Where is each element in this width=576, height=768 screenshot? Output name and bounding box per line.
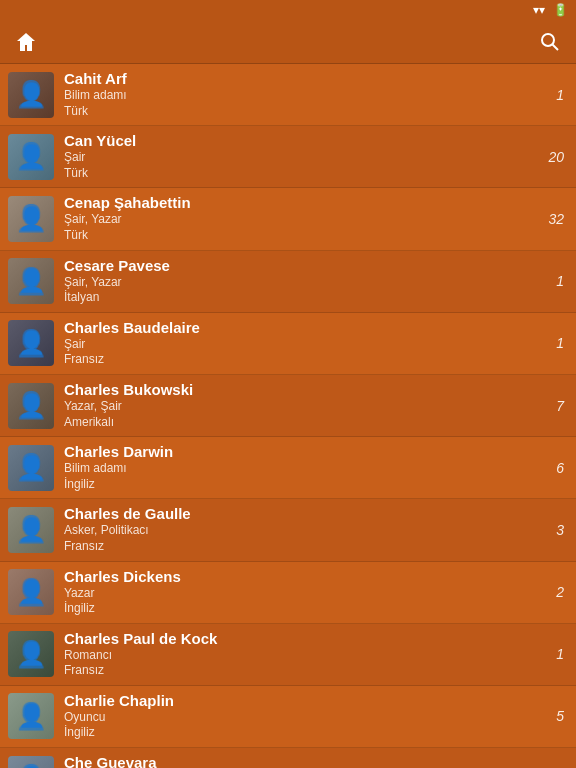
person-count: 5 bbox=[544, 708, 564, 724]
person-roles: Yazar bbox=[64, 586, 544, 602]
person-name: Charles Baudelaire bbox=[64, 319, 544, 337]
person-name: Charles de Gaulle bbox=[64, 505, 544, 523]
item-info: Charles Paul de KockRomancıFransız bbox=[64, 630, 544, 679]
wifi-icon: ▾▾ bbox=[533, 3, 545, 17]
avatar: 👤 bbox=[8, 445, 54, 491]
person-nationality: İngiliz bbox=[64, 725, 544, 741]
list-item[interactable]: 👤Cahit ArfBilim adamıTürk1 bbox=[0, 64, 576, 126]
person-name: Cahit Arf bbox=[64, 70, 544, 88]
person-nationality: Türk bbox=[64, 104, 544, 120]
persons-list: 👤Cahit ArfBilim adamıTürk1👤Can YücelŞair… bbox=[0, 64, 576, 768]
list-item[interactable]: 👤Charlie ChaplinOyuncuİngiliz5 bbox=[0, 686, 576, 748]
person-roles: Şair, Yazar bbox=[64, 212, 544, 228]
nav-bar bbox=[0, 20, 576, 64]
list-item[interactable]: 👤Cenap ŞahabettinŞair, YazarTürk32 bbox=[0, 188, 576, 250]
avatar: 👤 bbox=[8, 756, 54, 768]
person-roles: Romancı bbox=[64, 648, 544, 664]
person-roles: Bilim adamı bbox=[64, 461, 544, 477]
list-item[interactable]: 👤Charles BaudelaireŞairFransız1 bbox=[0, 313, 576, 375]
person-name: Charles Paul de Kock bbox=[64, 630, 544, 648]
person-count: 1 bbox=[544, 273, 564, 289]
avatar: 👤 bbox=[8, 507, 54, 553]
person-count: 20 bbox=[544, 149, 564, 165]
person-nationality: Amerikalı bbox=[64, 415, 544, 431]
item-info: Che GuevaraDoktor, Politikacı, Lider, Ya… bbox=[64, 754, 544, 768]
person-nationality: İtalyan bbox=[64, 290, 544, 306]
person-roles: Şair, Yazar bbox=[64, 275, 544, 291]
person-roles: Asker, Politikacı bbox=[64, 523, 544, 539]
person-nationality: Türk bbox=[64, 228, 544, 244]
list-item[interactable]: 👤Charles Paul de KockRomancıFransız1 bbox=[0, 624, 576, 686]
person-count: 6 bbox=[544, 460, 564, 476]
avatar: 👤 bbox=[8, 320, 54, 366]
list-item[interactable]: 👤Che GuevaraDoktor, Politikacı, Lider, Y… bbox=[0, 748, 576, 768]
person-roles: Bilim adamı bbox=[64, 88, 544, 104]
item-info: Cahit ArfBilim adamıTürk bbox=[64, 70, 544, 119]
avatar: 👤 bbox=[8, 72, 54, 118]
person-nationality: Fransız bbox=[64, 663, 544, 679]
item-info: Can YücelŞairTürk bbox=[64, 132, 544, 181]
item-info: Charles DarwinBilim adamıİngiliz bbox=[64, 443, 544, 492]
person-count: 1 bbox=[544, 335, 564, 351]
svg-point-0 bbox=[542, 34, 554, 46]
person-roles: Şair bbox=[64, 150, 544, 166]
person-count: 2 bbox=[544, 584, 564, 600]
avatar: 👤 bbox=[8, 258, 54, 304]
person-name: Charlie Chaplin bbox=[64, 692, 544, 710]
item-info: Charlie ChaplinOyuncuİngiliz bbox=[64, 692, 544, 741]
avatar: 👤 bbox=[8, 196, 54, 242]
item-info: Cesare PaveseŞair, Yazarİtalyan bbox=[64, 257, 544, 306]
person-name: Can Yücel bbox=[64, 132, 544, 150]
avatar: 👤 bbox=[8, 569, 54, 615]
list-item[interactable]: 👤Charles BukowskiYazar, ŞairAmerikalı7 bbox=[0, 375, 576, 437]
person-count: 1 bbox=[544, 87, 564, 103]
item-info: Charles de GaulleAsker, PolitikacıFransı… bbox=[64, 505, 544, 554]
list-item[interactable]: 👤Charles DickensYazarİngiliz2 bbox=[0, 562, 576, 624]
status-bar: ▾▾ 🔋 bbox=[0, 0, 576, 20]
person-name: Charles Darwin bbox=[64, 443, 544, 461]
avatar: 👤 bbox=[8, 383, 54, 429]
home-button[interactable] bbox=[12, 28, 40, 56]
battery-icon: 🔋 bbox=[553, 3, 568, 17]
person-nationality: Türk bbox=[64, 166, 544, 182]
person-count: 1 bbox=[544, 646, 564, 662]
person-name: Charles Dickens bbox=[64, 568, 544, 586]
person-name: Che Guevara bbox=[64, 754, 544, 768]
person-count: 32 bbox=[544, 211, 564, 227]
search-button[interactable] bbox=[536, 28, 564, 56]
person-nationality: İngiliz bbox=[64, 477, 544, 493]
list-item[interactable]: 👤Cesare PaveseŞair, Yazarİtalyan1 bbox=[0, 251, 576, 313]
person-roles: Yazar, Şair bbox=[64, 399, 544, 415]
status-right: ▾▾ 🔋 bbox=[533, 3, 568, 17]
person-count: 7 bbox=[544, 398, 564, 414]
list-item[interactable]: 👤Charles DarwinBilim adamıİngiliz6 bbox=[0, 437, 576, 499]
list-item[interactable]: 👤Charles de GaulleAsker, PolitikacıFrans… bbox=[0, 499, 576, 561]
list-item[interactable]: 👤Can YücelŞairTürk20 bbox=[0, 126, 576, 188]
person-nationality: İngiliz bbox=[64, 601, 544, 617]
avatar: 👤 bbox=[8, 631, 54, 677]
person-nationality: Fransız bbox=[64, 352, 544, 368]
avatar: 👤 bbox=[8, 693, 54, 739]
item-info: Cenap ŞahabettinŞair, YazarTürk bbox=[64, 194, 544, 243]
svg-line-1 bbox=[553, 44, 559, 50]
person-roles: Şair bbox=[64, 337, 544, 353]
person-roles: Oyuncu bbox=[64, 710, 544, 726]
person-name: Cesare Pavese bbox=[64, 257, 544, 275]
person-nationality: Fransız bbox=[64, 539, 544, 555]
avatar: 👤 bbox=[8, 134, 54, 180]
person-name: Cenap Şahabettin bbox=[64, 194, 544, 212]
item-info: Charles BukowskiYazar, ŞairAmerikalı bbox=[64, 381, 544, 430]
person-name: Charles Bukowski bbox=[64, 381, 544, 399]
person-count: 3 bbox=[544, 522, 564, 538]
item-info: Charles BaudelaireŞairFransız bbox=[64, 319, 544, 368]
item-info: Charles DickensYazarİngiliz bbox=[64, 568, 544, 617]
